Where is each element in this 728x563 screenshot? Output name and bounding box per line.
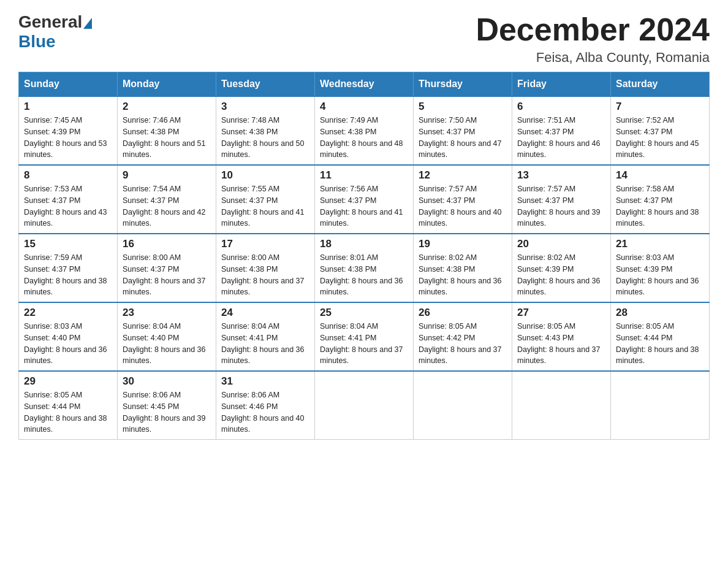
day-number: 18 [320,238,408,250]
day-number: 8 [24,169,112,182]
day-info: Sunrise: 7:53 AMSunset: 4:37 PMDaylight:… [24,183,112,229]
day-info: Sunrise: 7:50 AMSunset: 4:37 PMDaylight:… [419,115,507,161]
day-number: 12 [419,169,507,182]
week-row-1: 1Sunrise: 7:45 AMSunset: 4:39 PMDaylight… [19,96,710,165]
table-row: 12Sunrise: 7:57 AMSunset: 4:37 PMDayligh… [414,165,512,234]
table-row: 19Sunrise: 8:02 AMSunset: 4:38 PMDayligh… [414,234,512,302]
day-info: Sunrise: 7:49 AMSunset: 4:38 PMDaylight:… [320,115,408,161]
day-info: Sunrise: 7:45 AMSunset: 4:39 PMDaylight:… [24,115,112,161]
day-info: Sunrise: 7:58 AMSunset: 4:37 PMDaylight:… [616,183,704,229]
day-info: Sunrise: 8:05 AMSunset: 4:44 PMDaylight:… [24,389,112,435]
table-row: 31Sunrise: 8:06 AMSunset: 4:46 PMDayligh… [216,371,315,440]
table-row: 28Sunrise: 8:05 AMSunset: 4:44 PMDayligh… [611,302,710,371]
table-row: 29Sunrise: 8:05 AMSunset: 4:44 PMDayligh… [19,371,118,440]
day-info: Sunrise: 8:05 AMSunset: 4:42 PMDaylight:… [419,321,507,367]
day-number: 22 [24,307,112,319]
day-number: 10 [221,169,309,182]
week-row-5: 29Sunrise: 8:05 AMSunset: 4:44 PMDayligh… [19,371,710,440]
day-number: 26 [419,307,507,319]
col-tuesday: Tuesday [216,72,315,97]
col-thursday: Thursday [414,72,512,97]
day-info: Sunrise: 8:02 AMSunset: 4:39 PMDaylight:… [517,252,605,298]
day-number: 7 [616,101,704,113]
day-info: Sunrise: 8:05 AMSunset: 4:43 PMDaylight:… [517,321,605,367]
day-number: 16 [123,238,211,250]
table-row: 22Sunrise: 8:03 AMSunset: 4:40 PMDayligh… [19,302,118,371]
calendar-table: Sunday Monday Tuesday Wednesday Thursday… [18,72,710,440]
table-row: 1Sunrise: 7:45 AMSunset: 4:39 PMDaylight… [19,96,118,165]
table-row: 7Sunrise: 7:52 AMSunset: 4:37 PMDaylight… [611,96,710,165]
day-number: 17 [221,238,309,250]
calendar-header-row: Sunday Monday Tuesday Wednesday Thursday… [19,72,710,97]
day-number: 28 [616,307,704,319]
day-info: Sunrise: 8:00 AMSunset: 4:38 PMDaylight:… [221,252,309,298]
day-info: Sunrise: 7:55 AMSunset: 4:37 PMDaylight:… [221,183,309,229]
table-row: 6Sunrise: 7:51 AMSunset: 4:37 PMDaylight… [512,96,611,165]
logo-blue-text: Blue [18,32,56,51]
day-info: Sunrise: 8:06 AMSunset: 4:45 PMDaylight:… [123,389,211,435]
day-info: Sunrise: 7:57 AMSunset: 4:37 PMDaylight:… [517,183,605,229]
day-number: 21 [616,238,704,250]
week-row-3: 15Sunrise: 7:59 AMSunset: 4:37 PMDayligh… [19,234,710,302]
day-info: Sunrise: 8:04 AMSunset: 4:41 PMDaylight:… [221,321,309,367]
day-info: Sunrise: 8:02 AMSunset: 4:38 PMDaylight:… [419,252,507,298]
day-number: 13 [517,169,605,182]
table-row [315,371,414,440]
table-row: 5Sunrise: 7:50 AMSunset: 4:37 PMDaylight… [414,96,512,165]
table-row: 23Sunrise: 8:04 AMSunset: 4:40 PMDayligh… [118,302,216,371]
day-number: 9 [123,169,211,182]
logo: General Blue [18,12,93,52]
day-info: Sunrise: 8:03 AMSunset: 4:39 PMDaylight:… [616,252,704,298]
day-number: 30 [123,375,211,388]
table-row: 15Sunrise: 7:59 AMSunset: 4:37 PMDayligh… [19,234,118,302]
calendar-location: Feisa, Alba County, Romania [476,50,710,66]
title-section: December 2024 Feisa, Alba County, Romani… [476,12,710,66]
day-info: Sunrise: 7:56 AMSunset: 4:37 PMDaylight:… [320,183,408,229]
day-info: Sunrise: 7:59 AMSunset: 4:37 PMDaylight:… [24,252,112,298]
table-row: 8Sunrise: 7:53 AMSunset: 4:37 PMDaylight… [19,165,118,234]
table-row: 26Sunrise: 8:05 AMSunset: 4:42 PMDayligh… [414,302,512,371]
table-row: 24Sunrise: 8:04 AMSunset: 4:41 PMDayligh… [216,302,315,371]
day-number: 1 [24,101,112,113]
table-row: 2Sunrise: 7:46 AMSunset: 4:38 PMDaylight… [118,96,216,165]
table-row: 14Sunrise: 7:58 AMSunset: 4:37 PMDayligh… [611,165,710,234]
day-number: 25 [320,307,408,319]
day-number: 15 [24,238,112,250]
col-saturday: Saturday [611,72,710,97]
logo-general-text: General [18,12,82,32]
table-row: 16Sunrise: 8:00 AMSunset: 4:37 PMDayligh… [118,234,216,302]
page-header: General Blue December 2024 Feisa, Alba C… [18,12,710,66]
logo-triangle-icon [83,18,92,29]
week-row-2: 8Sunrise: 7:53 AMSunset: 4:37 PMDaylight… [19,165,710,234]
day-number: 11 [320,169,408,182]
col-sunday: Sunday [19,72,118,97]
day-number: 23 [123,307,211,319]
day-number: 6 [517,101,605,113]
table-row: 20Sunrise: 8:02 AMSunset: 4:39 PMDayligh… [512,234,611,302]
day-info: Sunrise: 8:04 AMSunset: 4:41 PMDaylight:… [320,321,408,367]
table-row: 4Sunrise: 7:49 AMSunset: 4:38 PMDaylight… [315,96,414,165]
day-info: Sunrise: 8:04 AMSunset: 4:40 PMDaylight:… [123,321,211,367]
table-row: 21Sunrise: 8:03 AMSunset: 4:39 PMDayligh… [611,234,710,302]
day-number: 2 [123,101,211,113]
col-monday: Monday [118,72,216,97]
day-number: 20 [517,238,605,250]
day-info: Sunrise: 7:57 AMSunset: 4:37 PMDaylight:… [419,183,507,229]
day-number: 14 [616,169,704,182]
day-info: Sunrise: 7:52 AMSunset: 4:37 PMDaylight:… [616,115,704,161]
day-number: 24 [221,307,309,319]
table-row: 13Sunrise: 7:57 AMSunset: 4:37 PMDayligh… [512,165,611,234]
table-row: 25Sunrise: 8:04 AMSunset: 4:41 PMDayligh… [315,302,414,371]
day-number: 19 [419,238,507,250]
day-number: 4 [320,101,408,113]
col-friday: Friday [512,72,611,97]
day-info: Sunrise: 7:48 AMSunset: 4:38 PMDaylight:… [221,115,309,161]
table-row: 18Sunrise: 8:01 AMSunset: 4:38 PMDayligh… [315,234,414,302]
day-info: Sunrise: 8:03 AMSunset: 4:40 PMDaylight:… [24,321,112,367]
table-row: 11Sunrise: 7:56 AMSunset: 4:37 PMDayligh… [315,165,414,234]
table-row: 17Sunrise: 8:00 AMSunset: 4:38 PMDayligh… [216,234,315,302]
table-row [512,371,611,440]
day-info: Sunrise: 8:06 AMSunset: 4:46 PMDaylight:… [221,389,309,435]
day-info: Sunrise: 7:46 AMSunset: 4:38 PMDaylight:… [123,115,211,161]
day-info: Sunrise: 7:51 AMSunset: 4:37 PMDaylight:… [517,115,605,161]
